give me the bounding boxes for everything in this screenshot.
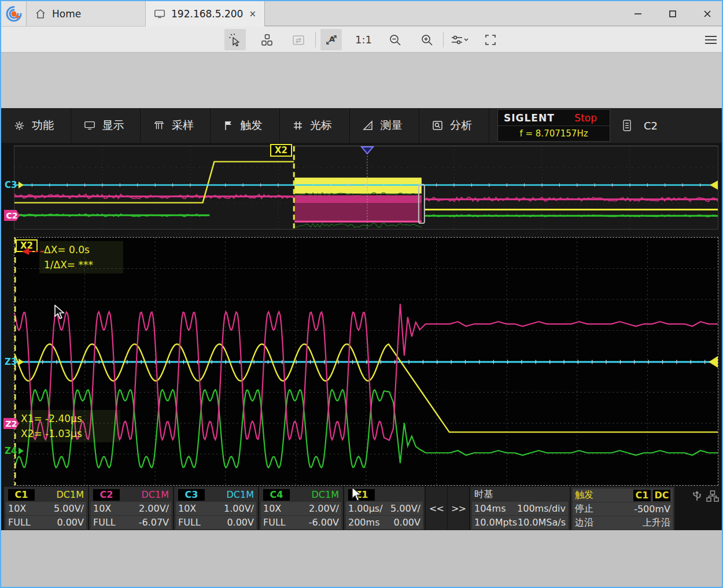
tab-home-label: Home	[52, 8, 81, 20]
menu-acquire-label: 采样	[172, 118, 194, 133]
channel-panel-c3[interactable]: C3DC1M 10X1.00V/ FULL0.00V	[174, 487, 258, 530]
lan-icon	[706, 490, 720, 502]
overview-c1-level-icon	[19, 182, 24, 188]
pointer-click-button[interactable]	[224, 29, 246, 50]
c2-chip[interactable]: C2	[93, 489, 120, 501]
trigger-title: 触发	[575, 489, 593, 501]
tab-home[interactable]: Home	[27, 1, 146, 26]
one-to-one-button[interactable]: 1:1	[353, 29, 374, 50]
c1-chip[interactable]: C1	[8, 489, 35, 501]
components-button[interactable]	[256, 29, 277, 50]
monitor-icon	[154, 9, 165, 19]
main-z1-level-icon	[19, 358, 24, 365]
active-source-label: C2	[644, 120, 658, 132]
scope-menu-bar: 功能 显示 采样 触发 光标 测量	[1, 108, 723, 143]
history-next-button[interactable]: >>	[448, 487, 469, 530]
browser-window: Home 192.168.5.200 ×	[0, 0, 723, 588]
c3-coupling: DC1M	[227, 489, 254, 500]
fullscreen-button[interactable]	[479, 29, 501, 50]
c1-coupling: DC1M	[57, 489, 84, 500]
one-to-one-label: 1:1	[355, 34, 372, 46]
filters-button[interactable]	[448, 29, 472, 50]
tab-device-label: 192.168.5.200	[171, 8, 243, 20]
trigger-type: 边沿	[575, 517, 593, 529]
c4-chip[interactable]: C4	[263, 489, 290, 501]
active-source-selector[interactable]: C2	[623, 108, 658, 143]
trigger-panel[interactable]: 触发 C1DC 停止-500mV 边沿上升沿	[571, 487, 674, 530]
x1-value: X1= -2.40μs	[21, 411, 116, 426]
channel-panel-c2[interactable]: C2DC1M 10X2.00V/ FULL-6.07V	[89, 487, 173, 530]
waveform-overview-strip[interactable]	[14, 146, 718, 230]
menu-measure[interactable]: 测量	[350, 108, 420, 143]
c3-chip[interactable]: C3	[178, 489, 205, 501]
page-background-bottom	[1, 530, 722, 588]
timebase-title: 时基	[474, 489, 493, 501]
browser-tab-bar: Home 192.168.5.200 ×	[1, 1, 722, 26]
history-prev-button[interactable]: <<	[426, 487, 447, 530]
menu-analysis[interactable]: 分析	[419, 108, 489, 143]
main-waveform-area[interactable]	[14, 237, 718, 486]
c3-scale: 1.00V/	[224, 503, 254, 514]
menu-function[interactable]: 功能	[1, 108, 71, 143]
text-resize-button[interactable]: A	[320, 29, 342, 50]
menu-display-label: 显示	[102, 118, 124, 133]
frequency-readout: f = 8.707157Hz	[498, 126, 610, 141]
zoom-in-button[interactable]	[416, 29, 437, 50]
tab-close-icon[interactable]: ×	[249, 9, 256, 19]
trigger-level: -500mV	[634, 504, 670, 515]
c3-offset: 0.00V	[227, 517, 254, 528]
minimize-button[interactable]	[632, 8, 644, 20]
overview-x2-cursor-tag[interactable]: X2	[270, 144, 292, 157]
page-background	[1, 53, 722, 108]
timebase-memory: 10.0Mpts	[474, 517, 517, 528]
cursor-delta-readout: ΔX= 0.0s 1/ΔX= ***	[39, 241, 123, 273]
trigger-slope: 上升沿	[643, 517, 670, 529]
main-z3-marker[interactable]: Z3	[5, 357, 17, 367]
overview-waveform-canvas	[14, 146, 718, 229]
inv-delta-x-value: 1/ΔX= ***	[44, 257, 119, 272]
menu-trigger[interactable]: 触发	[211, 108, 281, 143]
trigger-source-chip[interactable]: C1	[633, 490, 651, 501]
c4-scale: 2.00V/	[309, 503, 339, 514]
folder-sync-button[interactable]	[287, 29, 309, 50]
trigger-coupling-chip[interactable]: DC	[653, 490, 670, 501]
c4-coupling: DC1M	[312, 489, 339, 500]
close-button[interactable]	[701, 8, 714, 20]
browser-logo[interactable]	[1, 1, 27, 26]
tab-device[interactable]: 192.168.5.200 ×	[146, 1, 265, 27]
x2-value: X2= -1.03μs	[21, 426, 116, 441]
zoom-out-button[interactable]	[384, 29, 405, 50]
toolbar-divider	[315, 32, 316, 47]
main-z4-level-icon	[19, 448, 24, 454]
menu-cursors[interactable]: 光标	[280, 108, 350, 143]
timebase-samplerate: 10.0MSa/s	[518, 517, 566, 528]
menu-acquire[interactable]: 采样	[141, 108, 211, 143]
menu-button[interactable]	[700, 29, 721, 50]
zoom-tdiv: 1.00μs/	[348, 503, 383, 514]
c2-probe: 10X	[93, 503, 111, 514]
menu-function-label: 功能	[32, 118, 54, 133]
main-waveform-canvas	[14, 238, 718, 485]
window-controls	[632, 1, 718, 26]
toolbar-divider	[443, 32, 444, 47]
c1-probe: 10X	[8, 503, 26, 514]
channel-panel-c1[interactable]: C1DC1M 10X5.00V/ FULL0.00V	[4, 487, 88, 530]
acquisition-status-box: SIGLENT Stop f = 8.707157Hz	[497, 109, 610, 142]
acquisition-status[interactable]: Stop	[574, 112, 610, 124]
channel-panel-c4[interactable]: C4DC1M 10X2.00V/ FULL-6.00V	[259, 487, 343, 530]
c4-probe: 10X	[263, 503, 281, 514]
zoom-vdiv: 5.00V/	[390, 503, 420, 514]
maximize-button[interactable]	[666, 8, 679, 20]
zoom-offset: 0.00V	[393, 517, 420, 528]
c3-probe: 10X	[178, 503, 196, 514]
mouse-cursor	[54, 305, 67, 320]
timebase-panel[interactable]: 时基 104ms100ms/div 10.0Mpts10.0MSa/s	[470, 487, 570, 530]
oscilloscope-app: 功能 显示 采样 触发 光标 测量	[1, 108, 723, 530]
menu-display[interactable]: 显示	[71, 108, 141, 143]
cursor-position-readout: X1= -2.40μs X2= -1.03μs	[16, 410, 120, 442]
c4-offset: -6.00V	[309, 517, 339, 528]
overview-c3-marker[interactable]: C3	[5, 180, 17, 190]
main-z4-marker[interactable]: Z4	[5, 446, 17, 456]
usb-icon	[691, 490, 703, 502]
c2-bandwidth: FULL	[93, 517, 116, 528]
